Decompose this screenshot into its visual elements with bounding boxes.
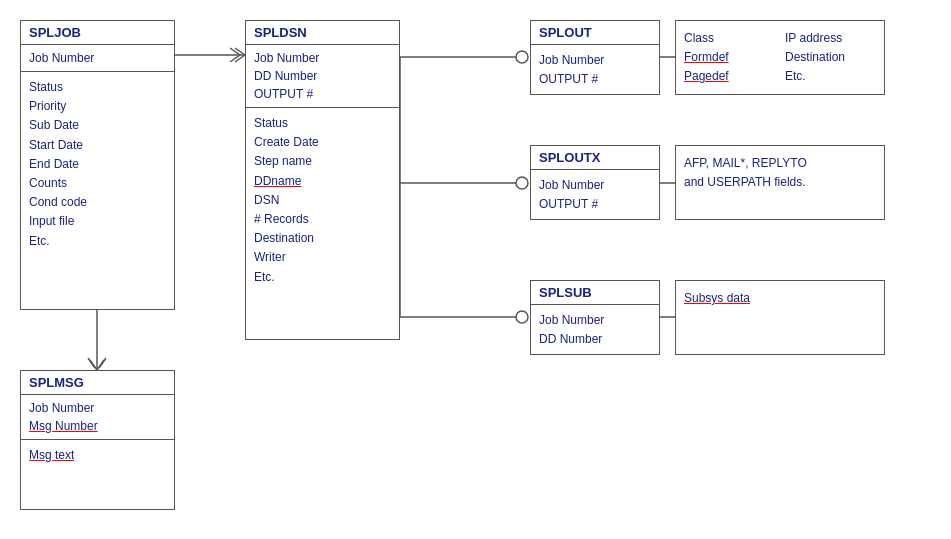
splmsg-title: SPLMSG xyxy=(21,371,174,395)
spldsn-writer: Writer xyxy=(254,248,391,267)
spldsn-output: OUTPUT # xyxy=(254,85,391,103)
svg-line-13 xyxy=(97,360,104,370)
spldsn-jobnumber: Job Number xyxy=(254,49,391,67)
spljob-counts: Counts xyxy=(29,174,166,193)
svg-point-10 xyxy=(516,311,528,323)
splout-body: Job Number OUTPUT # xyxy=(531,45,659,95)
spljob-subheader: Job Number xyxy=(21,45,174,72)
diagram: SPLJOB Job Number Status Priority Sub Da… xyxy=(0,0,951,539)
splout-ipaddress: IP address xyxy=(785,29,876,48)
sploutx-body: Job Number OUTPUT # xyxy=(531,170,659,220)
spldsn-box: SPLDSN Job Number DD Number OUTPUT # Sta… xyxy=(245,20,400,340)
sploutx-jobnumber: Job Number xyxy=(539,176,651,195)
spljob-body: Status Priority Sub Date Start Date End … xyxy=(21,72,174,257)
svg-line-3 xyxy=(230,48,240,55)
spldsn-title: SPLDSN xyxy=(246,21,399,45)
spldsn-dsn: DSN xyxy=(254,191,391,210)
svg-line-15 xyxy=(99,358,106,368)
splsub-title: SPLSUB xyxy=(531,281,659,305)
splout-etc: Etc. xyxy=(785,67,876,86)
spldsn-records: # Records xyxy=(254,210,391,229)
svg-line-12 xyxy=(90,360,97,370)
splout-attrs-box: Class IP address Formdef Destination Pag… xyxy=(675,20,885,95)
spljob-title: SPLJOB xyxy=(21,21,174,45)
spldsn-createdate: Create Date xyxy=(254,133,391,152)
splout-attrs-body: Class IP address Formdef Destination Pag… xyxy=(676,21,884,95)
splmsg-jobnumber: Job Number xyxy=(29,399,166,417)
sploutx-userpath: and USERPATH fields. xyxy=(684,173,876,192)
splout-class: Class xyxy=(684,29,775,48)
splsub-jobnumber: Job Number xyxy=(539,311,651,330)
spljob-enddate: End Date xyxy=(29,155,166,174)
svg-line-2 xyxy=(235,55,245,62)
spljob-status: Status xyxy=(29,78,166,97)
sploutx-output: OUTPUT # xyxy=(539,195,651,214)
svg-line-4 xyxy=(230,55,240,62)
splmsg-body: Msg text xyxy=(21,440,174,471)
spljob-box: SPLJOB Job Number Status Priority Sub Da… xyxy=(20,20,175,310)
svg-line-14 xyxy=(88,358,95,368)
splsub-ddnumber: DD Number xyxy=(539,330,651,349)
splout-destination: Destination xyxy=(785,48,876,67)
spldsn-body: Status Create Date Step name DDname DSN … xyxy=(246,108,399,293)
spldsn-destination: Destination xyxy=(254,229,391,248)
splmsg-msgnumber: Msg Number xyxy=(29,417,166,435)
spldsn-ddnumber: DD Number xyxy=(254,67,391,85)
splout-jobnumber: Job Number xyxy=(539,51,651,70)
splout-pagedef: Pagedef xyxy=(684,67,775,86)
splout-formdef: Formdef xyxy=(684,48,775,67)
splout-box: SPLOUT Job Number OUTPUT # xyxy=(530,20,660,95)
spldsn-ddname: DDname xyxy=(254,172,391,191)
spldsn-status: Status xyxy=(254,114,391,133)
spldsn-subheader: Job Number DD Number OUTPUT # xyxy=(246,45,399,108)
sploutx-title: SPLOUTX xyxy=(531,146,659,170)
splsub-subsys: Subsys data xyxy=(684,289,876,308)
splsub-body: Job Number DD Number xyxy=(531,305,659,355)
sploutx-attrs-box: AFP, MAIL*, REPLYTO and USERPATH fields. xyxy=(675,145,885,220)
svg-point-6 xyxy=(516,51,528,63)
splmsg-subheader: Job Number Msg Number xyxy=(21,395,174,440)
spljob-condcode: Cond code xyxy=(29,193,166,212)
spldsn-stepname: Step name xyxy=(254,152,391,171)
spljob-subdate: Sub Date xyxy=(29,116,166,135)
splsub-attrs-box: Subsys data xyxy=(675,280,885,355)
splout-output: OUTPUT # xyxy=(539,70,651,89)
sploutx-afp: AFP, MAIL*, REPLYTO xyxy=(684,154,876,173)
sploutx-attrs-body: AFP, MAIL*, REPLYTO and USERPATH fields. xyxy=(676,146,884,200)
svg-point-8 xyxy=(516,177,528,189)
splsub-box: SPLSUB Job Number DD Number xyxy=(530,280,660,355)
spldsn-etc: Etc. xyxy=(254,268,391,287)
splsub-attrs-body: Subsys data xyxy=(676,281,884,316)
svg-line-1 xyxy=(235,48,245,55)
spljob-etc: Etc. xyxy=(29,232,166,251)
spljob-priority: Priority xyxy=(29,97,166,116)
spljob-inputfile: Input file xyxy=(29,212,166,231)
splmsg-msgtext: Msg text xyxy=(29,446,166,465)
splmsg-box: SPLMSG Job Number Msg Number Msg text xyxy=(20,370,175,510)
spljob-startdate: Start Date xyxy=(29,136,166,155)
sploutx-box: SPLOUTX Job Number OUTPUT # xyxy=(530,145,660,220)
splout-title: SPLOUT xyxy=(531,21,659,45)
